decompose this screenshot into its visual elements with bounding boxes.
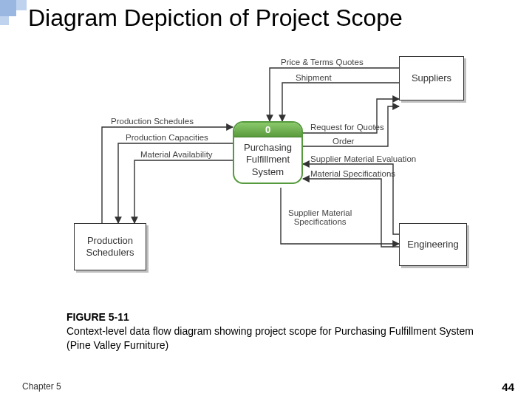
flow-production-capacities: Production Capacities [126, 133, 208, 142]
figure-caption: FIGURE 5-11 Context-level data flow diag… [66, 310, 480, 352]
entity-engineering: Engineering [399, 223, 467, 266]
flow-order: Order [332, 137, 354, 146]
process-purchasing-fulfillment: 0 Purchasing Fulfillment System [233, 121, 303, 184]
figure-number: FIGURE 5-11 [66, 311, 129, 323]
flow-supplier-material-specifications: Supplier Material Specifications [288, 208, 352, 226]
entity-label: Production Schedulers [86, 235, 134, 258]
flow-price-terms-quotes: Price & Terms Quotes [281, 58, 364, 66]
process-number: 0 [234, 123, 301, 137]
context-dfd-diagram: Suppliers Production Schedulers Engineer… [59, 53, 473, 297]
figure-caption-text: Context-level data flow diagram showing … [66, 325, 474, 351]
page-number: 44 [502, 381, 514, 393]
entity-label: Suppliers [412, 72, 451, 84]
flow-material-availability: Material Availability [140, 150, 213, 159]
entity-production-schedulers: Production Schedulers [74, 223, 146, 270]
slide-title: Diagram Depiction of Project Scope [28, 4, 403, 32]
flow-shipment: Shipment [296, 73, 332, 82]
chapter-label: Chapter 5 [22, 381, 61, 392]
flow-material-specifications: Material Specifications [310, 169, 395, 178]
entity-suppliers: Suppliers [399, 56, 464, 100]
flow-request-for-quotes: Request for Quotes [310, 123, 384, 132]
corner-decoration [0, 0, 30, 30]
flow-supplier-material-evaluation: Supplier Material Evaluation [310, 154, 416, 163]
process-label: Purchasing Fulfillment System [234, 137, 301, 183]
flow-production-schedules: Production Schedules [111, 117, 194, 126]
entity-label: Engineering [407, 239, 458, 250]
